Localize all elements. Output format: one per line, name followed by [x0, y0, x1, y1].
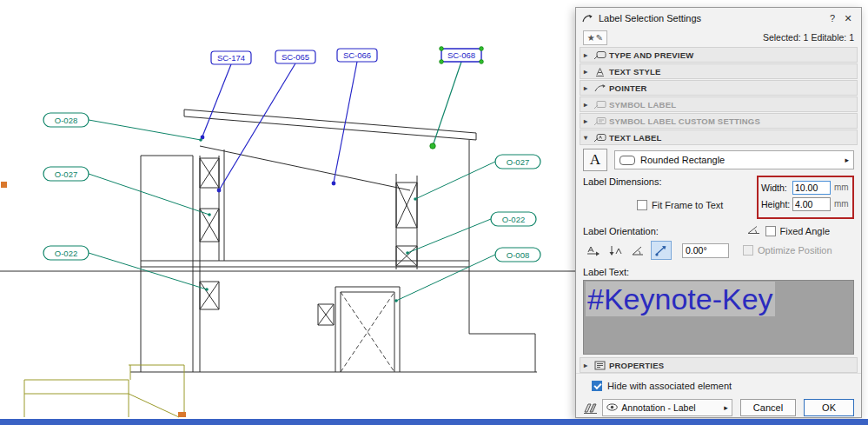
height-label: Height:: [761, 199, 792, 209]
annotation-highlight-box: Width: mm Height: mm: [757, 176, 854, 219]
fixed-angle-checkbox-row[interactable]: Fixed Angle: [747, 225, 830, 236]
orientation-custom-button-selected[interactable]: [651, 241, 672, 260]
optimize-position-label: Optimize Position: [758, 245, 832, 256]
symbol-label-settings-icon: [593, 116, 609, 126]
chevron-right-icon: ▸: [584, 84, 593, 92]
section-text-style[interactable]: ▸ TEXT STYLE: [580, 63, 858, 79]
help-button[interactable]: ?: [825, 13, 840, 23]
label-text-input[interactable]: #Keynote-Key: [583, 280, 854, 355]
drawing-label-o027-left[interactable]: O-027: [43, 167, 89, 181]
chevron-right-icon: ▸: [584, 51, 593, 59]
frame-style-value: Rounded Rectangle: [640, 155, 841, 165]
drawing-label-o022-left[interactable]: O-022: [43, 246, 89, 260]
flyout-arrow-icon: ▸: [841, 156, 849, 164]
label-dimensions-caption: Label Dimensions:: [583, 176, 662, 187]
eye-icon: [606, 402, 618, 413]
ok-button[interactable]: OK: [804, 399, 854, 416]
hide-with-element-checkbox[interactable]: [592, 381, 602, 391]
drawing-label-o028[interactable]: O-028: [43, 113, 89, 127]
hide-with-element-label: Hide with associated element: [607, 381, 732, 391]
label-text: O-022: [55, 249, 77, 258]
section-title: POINTER: [609, 83, 647, 93]
section-symbol-label: ▸ SYMBOL LABEL: [580, 96, 858, 112]
label-text: O-028: [55, 116, 77, 125]
star-icon: ★: [587, 33, 595, 43]
dialog-titlebar[interactable]: Label Selection Settings ? ✕: [576, 8, 861, 29]
drawing-label-o022-right[interactable]: O-022: [491, 212, 536, 226]
text-frame-letter-button[interactable]: A: [583, 149, 607, 171]
favorites-row: ★✎ Selected: 1 Editable: 1: [576, 29, 861, 46]
cancel-button[interactable]: Cancel: [740, 399, 796, 416]
section-type-and-preview[interactable]: ▸ TYPE AND PREVIEW: [580, 47, 858, 63]
drawing-label-o027-right[interactable]: O-027: [495, 155, 540, 169]
height-input[interactable]: [792, 197, 831, 211]
hide-with-element-row[interactable]: Hide with associated element: [583, 381, 854, 391]
chevron-down-icon: ▾: [584, 134, 593, 142]
bottom-taskbar: [0, 419, 868, 425]
drawing-canvas[interactable]: SC-174 SC-065 SC-066 SC-068 O-028 O-027: [0, 0, 575, 419]
orientation-horizontal-button[interactable]: [583, 241, 604, 260]
symbol-label-icon: [593, 100, 609, 110]
drawing-label-sc066[interactable]: SC-066: [337, 49, 377, 62]
drawing-label-o008[interactable]: O-008: [495, 248, 540, 262]
label-selection-settings-dialog: Label Selection Settings ? ✕ ★✎ Selected…: [575, 7, 862, 418]
close-icon[interactable]: ✕: [840, 13, 856, 24]
pen-set-icon[interactable]: [583, 401, 599, 415]
flyout-arrow-icon: ▸: [720, 403, 728, 412]
drawing-label-sc065[interactable]: SC-065: [275, 50, 315, 63]
dialog-title: Label Selection Settings: [599, 13, 825, 23]
height-unit: mm: [834, 199, 849, 209]
text-label-panel: A Rounded Rectangle ▸ Label Dimensions: …: [576, 145, 861, 356]
label-text-caption: Label Text:: [583, 267, 854, 277]
label-text: O-027: [507, 157, 529, 167]
leader-line-selected: [433, 62, 461, 146]
fit-frame-checkbox-row[interactable]: Fit Frame to Text: [637, 200, 723, 210]
fit-frame-label: Fit Frame to Text: [652, 200, 723, 210]
chevron-right-icon: ▸: [584, 362, 593, 369]
layer-dropdown[interactable]: Annotation - Label ▸: [602, 399, 732, 416]
label-text-value-selected: #Keynote-Key: [586, 282, 775, 316]
label-text: SC-065: [282, 52, 309, 62]
width-unit: mm: [834, 183, 849, 192]
section-title: TYPE AND PREVIEW: [609, 50, 693, 60]
label-tool-icon: [581, 12, 593, 25]
label-preview-icon: [593, 50, 609, 60]
elevation-drawing: SC-174 SC-065 SC-066 SC-068 O-028 O-027: [0, 0, 575, 419]
label-orientation-caption: Label Orientation:: [583, 226, 659, 236]
section-properties[interactable]: ▸ PROPERTIES: [580, 357, 858, 373]
label-text: O-008: [507, 250, 529, 260]
width-input[interactable]: [792, 181, 831, 195]
fixed-angle-checkbox[interactable]: [765, 226, 776, 236]
text-style-icon: [593, 67, 609, 76]
section-title: PROPERTIES: [609, 361, 664, 370]
pointer-icon: [593, 83, 609, 93]
pen-icon: ✎: [596, 33, 603, 43]
favorites-button[interactable]: ★✎: [583, 30, 607, 45]
leader-lines-blue: [202, 62, 357, 190]
section-title: SYMBOL LABEL CUSTOM SETTINGS: [609, 116, 760, 126]
drawing-label-sc068-selected[interactable]: SC-068: [440, 47, 484, 64]
angle-pencil-icon: [747, 225, 761, 236]
text-label-icon: [593, 133, 609, 143]
angle-input[interactable]: [682, 243, 729, 258]
width-label: Width:: [761, 183, 792, 193]
chevron-right-icon: ▸: [584, 117, 593, 125]
properties-icon: [593, 361, 609, 370]
fixed-angle-label: Fixed Angle: [780, 226, 830, 236]
label-text: O-022: [502, 215, 525, 224]
section-text-label[interactable]: ▾ TEXT LABEL: [580, 129, 858, 145]
section-pointer[interactable]: ▸ POINTER: [580, 80, 858, 96]
chevron-right-icon: ▸: [584, 101, 593, 109]
chevron-right-icon: ▸: [584, 68, 593, 76]
drawing-label-sc174[interactable]: SC-174: [211, 51, 251, 64]
label-text: SC-068: [447, 50, 475, 60]
fit-frame-checkbox[interactable]: [637, 200, 647, 210]
orientation-angle-button[interactable]: [628, 241, 649, 260]
orientation-vertical-button[interactable]: [606, 241, 626, 260]
frame-style-dropdown[interactable]: Rounded Rectangle ▸: [614, 150, 854, 169]
building-section: [0, 110, 575, 372]
selection-status: Selected: 1 Editable: 1: [763, 32, 854, 43]
label-text: O-027: [55, 169, 77, 179]
section-title: TEXT LABEL: [609, 133, 662, 143]
section-symbol-label-custom-settings: ▸ SYMBOL LABEL CUSTOM SETTINGS: [580, 113, 858, 129]
